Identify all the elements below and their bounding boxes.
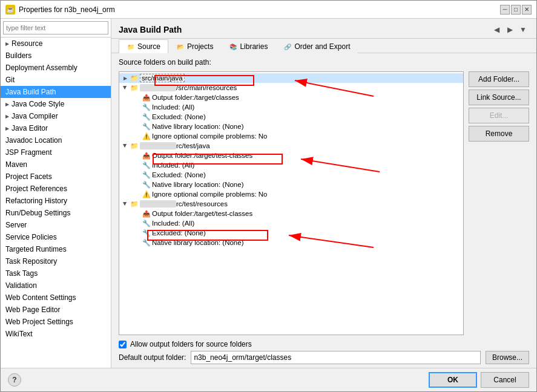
tree-item-native-test-res[interactable]: 🔧Native library location: (None) [119,238,463,247]
back-button[interactable]: ◀ [490,24,502,36]
sidebar-item-builders[interactable]: Builders [1,50,111,62]
add-folder-button[interactable]: Add Folder... [469,71,529,87]
tree-item-excluded-test-res[interactable]: 🔧Excluded: (None) [119,228,463,238]
tree-arrow-native-test-res[interactable] [134,239,141,246]
tree-item-native-main[interactable]: 🔧Native library location: (None) [119,122,463,131]
tree-arrow-output-test-res[interactable] [134,210,141,217]
tree-icon-excluded-main: 🔧 [142,113,151,121]
tree-item-output-test-res[interactable]: 📤Output folder:/target/test-classes [119,209,463,218]
tree-item-src-test-java[interactable]: ▶📁rc/test/java [119,141,463,151]
link-source-button[interactable]: Link Source... [469,90,529,105]
tree-arrow-output-main[interactable] [134,94,141,101]
tab-icon-source: 📁 [127,42,135,51]
tab-label-libraries: Libraries [240,42,268,51]
tree-arrow-excluded-test-res[interactable] [134,229,141,237]
sidebar-item-targeted-runtimes[interactable]: Targeted Runtimes [1,243,111,255]
sidebar-item-web-project-settings[interactable]: Web Project Settings [1,316,111,328]
tree-arrow-included-test[interactable] [134,162,141,169]
tree-arrow-src-test-resources[interactable]: ▶ [122,200,129,207]
tree-item-excluded-test[interactable]: 🔧Excluded: (None) [119,170,463,180]
tree-content[interactable]: ▶📁src/main/java▶📁/src/main/resources📤Out… [119,72,463,335]
cancel-button[interactable]: Cancel [481,372,529,388]
tab-order-export[interactable]: 🔗Order and Export [275,39,358,53]
ok-button[interactable]: OK [429,372,477,388]
tab-libraries[interactable]: 📚Libraries [221,39,275,53]
sidebar-item-resource[interactable]: Resource [1,38,111,50]
sidebar-item-run-debug-settings[interactable]: Run/Debug Settings [1,207,111,219]
tree-item-included-test-res[interactable]: 🔧Included: (All) [119,218,463,228]
edit-button[interactable]: Edit... [469,108,529,123]
browse-button[interactable]: Browse... [486,351,529,364]
help-button[interactable]: ? [8,373,21,387]
sidebar-item-wikitext[interactable]: WikiText [1,328,111,340]
tree-label-excluded-test: Excluded: (None) [152,171,206,178]
tab-label-projects: Projects [187,42,213,51]
menu-button[interactable]: ▼ [517,24,529,36]
tree-label-src-test-resources: rc/test/resources [140,200,228,208]
tree-item-ignore-main[interactable]: ⚠️Ignore optional compile problems: No [119,131,463,141]
tree-arrow-included-main[interactable] [134,103,141,111]
filter-input[interactable] [3,21,108,34]
tree-arrow-native-main[interactable] [134,123,141,130]
sidebar-item-deployment-assembly[interactable]: Deployment Assembly [1,62,111,74]
dialog-icon: ☕ [5,5,15,15]
tree-label-src-main-resources: /src/main/resources [140,84,237,92]
tree-icon-native-main: 🔧 [142,122,151,131]
sidebar-item-server[interactable]: Server [1,219,111,231]
sidebar-item-java-build-path[interactable]: Java Build Path [1,86,111,98]
sidebar-item-project-references[interactable]: Project References [1,183,111,195]
tree-arrow-excluded-test[interactable] [134,171,141,178]
maximize-button[interactable]: □ [511,5,521,15]
sidebar-item-maven[interactable]: Maven [1,158,111,171]
default-output-input[interactable] [191,351,481,364]
tree-arrow-src-main-resources[interactable]: ▶ [122,84,129,91]
default-output-label: Default output folder: [119,353,186,362]
tree-arrow-native-test[interactable] [134,181,141,188]
tree-item-output-test[interactable]: 📤Output folder:/target/test-classes [119,151,463,160]
tree-item-src-test-resources[interactable]: ▶📁rc/test/resources [119,199,463,209]
sidebar-item-jsp-fragment[interactable]: JSP Fragment [1,146,111,158]
section-label: Source folders on build path: [119,58,529,67]
tree-icon-src-test-resources: 📁 [130,200,139,208]
remove-button[interactable]: Remove [469,126,529,142]
sidebar-item-service-policies[interactable]: Service Policies [1,231,111,243]
sidebar-item-task-tags[interactable]: Task Tags [1,267,111,279]
tree-arrow-excluded-main[interactable] [134,113,141,120]
tree-arrow-included-test-res[interactable] [134,220,141,227]
tab-source[interactable]: 📁Source [119,39,168,53]
sidebar-item-java-code-style[interactable]: Java Code Style [1,98,111,110]
sidebar-item-task-repository[interactable]: Task Repository [1,255,111,267]
tree-item-excluded-main[interactable]: 🔧Excluded: (None) [119,112,463,122]
tree-item-src-main-java[interactable]: ▶📁src/main/java [119,73,463,83]
footer-left: ? [8,373,21,387]
sidebar-item-project-facets[interactable]: Project Facets [1,171,111,183]
tree-arrow-src-test-java[interactable]: ▶ [122,142,129,149]
tree-item-ignore-test[interactable]: ⚠️Ignore optional compile problems: No [119,189,463,199]
sidebar-item-web-page-editor[interactable]: Web Page Editor [1,304,111,316]
sidebar-list: ResourceBuildersDeployment AssemblyGitJa… [1,38,111,368]
tree-item-native-test[interactable]: 🔧Native library location: (None) [119,180,463,189]
allow-output-checkbox[interactable] [119,341,127,348]
forward-button[interactable]: ▶ [504,24,516,36]
tree-item-output-main[interactable]: 📤Output folder:/target/classes [119,93,463,102]
tree-item-included-test[interactable]: 🔧Included: (All) [119,160,463,170]
tree-item-src-main-resources[interactable]: ▶📁/src/main/resources [119,83,463,93]
tree-arrow-src-main-java[interactable]: ▶ [122,74,129,82]
tree-icon-src-main-java: 📁 [130,74,139,82]
tree-arrow-output-test[interactable] [134,152,141,159]
sidebar-item-refactoring-history[interactable]: Refactoring History [1,195,111,207]
tree-item-included-main[interactable]: 🔧Included: (All) [119,102,463,112]
sidebar-item-javadoc-location[interactable]: Javadoc Location [1,134,111,146]
main-title: Java Build Path [119,25,182,34]
tab-projects[interactable]: 📂Projects [168,39,221,53]
tree-label-output-test-res: Output folder:/target/test-classes [152,210,252,217]
sidebar-item-validation[interactable]: Validation [1,279,111,292]
close-button[interactable]: ✕ [522,5,532,15]
sidebar-item-git[interactable]: Git [1,74,111,86]
minimize-button[interactable]: ─ [500,5,510,15]
tree-arrow-ignore-test[interactable] [134,191,141,198]
sidebar-item-java-editor[interactable]: Java Editor [1,122,111,134]
sidebar-item-java-compiler[interactable]: Java Compiler [1,110,111,122]
tree-arrow-ignore-main[interactable] [134,132,141,140]
sidebar-item-web-content-settings[interactable]: Web Content Settings [1,292,111,304]
